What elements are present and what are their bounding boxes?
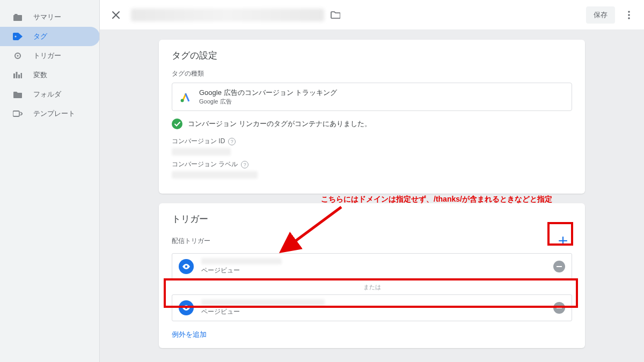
- conversion-id-value: [172, 148, 231, 156]
- tag-icon: [13, 32, 23, 41]
- trigger-item[interactable]: ページビュー: [172, 294, 572, 321]
- conversion-label-label: コンバージョン ラベル ?: [172, 160, 572, 169]
- check-circle-icon: [172, 119, 182, 129]
- sidebar-item-templates[interactable]: テンプレート: [0, 104, 100, 123]
- summary-icon: [13, 12, 23, 22]
- svg-rect-16: [557, 307, 562, 308]
- trigger-name-placeholder: [201, 258, 282, 264]
- trigger-name-placeholder: [201, 299, 325, 306]
- sidebar-item-label: タグ: [33, 32, 47, 41]
- sidebar-item-variables[interactable]: 変数: [0, 65, 100, 85]
- main-panel: 保存 タグの設定 タグの種類 Google 広告のコンバージョン トラッキング …: [100, 0, 644, 362]
- tag-type-sub: Google 広告: [199, 98, 337, 105]
- sidebar-item-tags[interactable]: タグ: [0, 27, 100, 46]
- svg-rect-5: [16, 72, 18, 78]
- trigger-card[interactable]: トリガー 配信トリガー ページビュー または: [159, 203, 585, 348]
- add-exception-link[interactable]: 例外を追加: [172, 328, 572, 342]
- close-icon[interactable]: [108, 8, 123, 23]
- firing-triggers-label: 配信トリガー: [172, 237, 210, 246]
- conversion-label-value: [172, 171, 258, 179]
- trigger-or-label: または: [172, 283, 572, 291]
- variable-icon: [13, 70, 23, 80]
- tag-type-selector[interactable]: Google 広告のコンバージョン トラッキング Google 広告: [172, 83, 572, 111]
- remove-trigger-button[interactable]: [553, 302, 565, 314]
- tag-type-label: タグの種類: [172, 69, 572, 78]
- sidebar-item-label: サマリー: [33, 12, 61, 22]
- more-menu-icon[interactable]: [623, 9, 635, 21]
- svg-point-12: [181, 99, 184, 102]
- tag-title-placeholder[interactable]: [131, 9, 324, 21]
- svg-point-15: [185, 307, 187, 309]
- google-ads-icon: [180, 91, 192, 103]
- sidebar-item-label: 変数: [33, 70, 47, 80]
- pageview-icon: [179, 300, 194, 315]
- remove-trigger-button[interactable]: [553, 261, 565, 272]
- tag-config-heading: タグの設定: [172, 49, 572, 62]
- sidebar: サマリー タグ トリガー 変数 フォルダ テンプレート: [0, 0, 100, 362]
- svg-point-11: [628, 17, 630, 19]
- save-button[interactable]: 保存: [586, 6, 615, 24]
- pageview-icon: [179, 259, 194, 274]
- svg-rect-8: [13, 111, 19, 116]
- linker-status-text: コンバージョン リンカーのタグがコンテナにありました。: [188, 119, 371, 129]
- trigger-heading: トリガー: [172, 213, 572, 225]
- sidebar-item-label: トリガー: [33, 51, 61, 61]
- svg-rect-4: [13, 73, 15, 78]
- sidebar-item-label: フォルダ: [33, 90, 61, 99]
- folder-icon: [13, 90, 23, 99]
- svg-point-1: [14, 35, 16, 37]
- svg-rect-0: [13, 15, 22, 21]
- svg-point-3: [17, 55, 18, 56]
- add-trigger-button[interactable]: [554, 232, 572, 250]
- svg-rect-7: [21, 73, 23, 78]
- svg-point-10: [628, 14, 630, 16]
- sidebar-item-triggers[interactable]: トリガー: [0, 46, 100, 65]
- template-icon: [13, 109, 23, 119]
- svg-rect-6: [18, 75, 20, 78]
- help-icon[interactable]: ?: [228, 138, 236, 145]
- sidebar-item-folders[interactable]: フォルダ: [0, 85, 100, 104]
- trigger-item[interactable]: ページビュー: [172, 253, 572, 280]
- svg-point-9: [628, 11, 630, 12]
- help-icon[interactable]: ?: [241, 161, 248, 168]
- trigger-type-label: ページビュー: [201, 307, 325, 316]
- trigger-type-label: ページビュー: [201, 266, 282, 275]
- linker-status-row: コンバージョン リンカーのタグがコンテナにありました。: [172, 119, 572, 129]
- sidebar-item-summary[interactable]: サマリー: [0, 8, 100, 27]
- trigger-icon: [13, 51, 23, 61]
- tag-config-card[interactable]: タグの設定 タグの種類 Google 広告のコンバージョン トラッキング Goo…: [159, 40, 585, 194]
- svg-point-13: [185, 265, 187, 268]
- folder-location-icon[interactable]: [330, 9, 341, 21]
- svg-rect-14: [557, 266, 562, 267]
- topbar: 保存: [100, 0, 644, 30]
- content-area: タグの設定 タグの種類 Google 広告のコンバージョン トラッキング Goo…: [100, 30, 644, 362]
- tag-type-title: Google 広告のコンバージョン トラッキング: [199, 88, 337, 98]
- conversion-id-label: コンバージョン ID ?: [172, 137, 572, 146]
- sidebar-item-label: テンプレート: [33, 109, 75, 119]
